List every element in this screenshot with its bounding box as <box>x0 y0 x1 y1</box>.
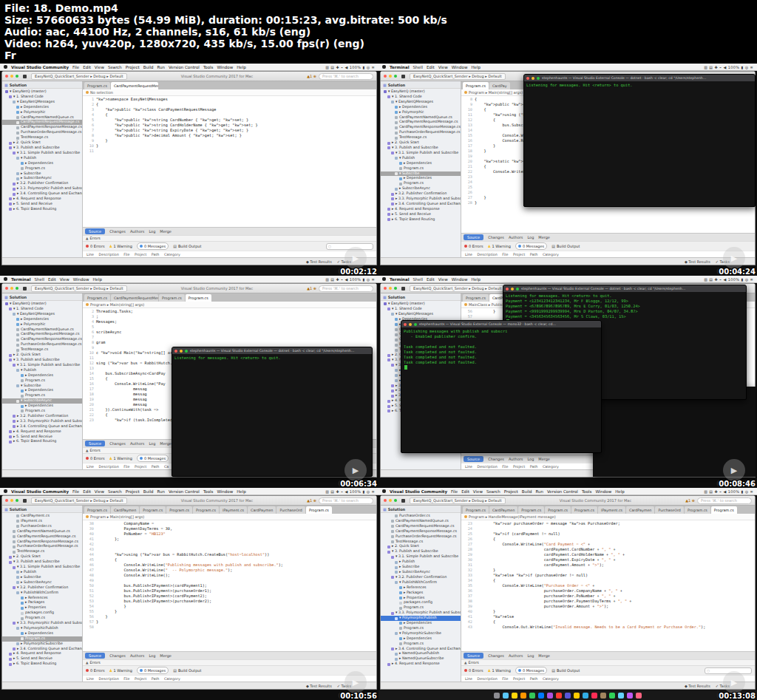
close-window-icon[interactable] <box>526 77 529 80</box>
tree-item[interactable]: ▾ 3. Publish and Subscribe <box>2 560 82 565</box>
tree-item[interactable]: ▸ Dependencies <box>2 161 82 166</box>
menubar-item[interactable]: Help <box>237 489 246 494</box>
tree-item[interactable]: ▾ 3.3. Polymorphic Publish and Subscribe <box>2 621 82 626</box>
warnings-count[interactable]: 1 Warning <box>109 244 132 248</box>
tree-item[interactable]: CardPaymentNamedQueue.cs <box>381 519 461 524</box>
tree-item[interactable]: ▾ EasyNetQMessages <box>381 312 461 317</box>
tree-item[interactable]: ▸ 3.3. Polymorphic Publish and Subscribe <box>2 186 82 191</box>
tree-item[interactable]: CardPaymentResponseMessage.cs <box>2 125 82 130</box>
tree-item[interactable]: ▸ Dependencies <box>381 636 461 642</box>
menubar-item[interactable]: Run <box>157 65 165 69</box>
editor-tab[interactable]: Program.cs <box>545 506 571 514</box>
tree-item[interactable]: ▸ Properties <box>381 596 461 601</box>
menubar-item[interactable]: File <box>451 489 458 494</box>
tree-item[interactable]: Program.cs <box>381 642 461 647</box>
close-window-icon[interactable] <box>174 350 177 353</box>
editor-tab[interactable]: CardPaymen <box>111 506 139 514</box>
tree-item[interactable]: ▸ 5. Send and Receive <box>381 212 461 217</box>
minimize-window-icon[interactable] <box>409 323 412 326</box>
view-mode-tab[interactable]: Authors <box>130 441 144 446</box>
tree-item[interactable]: IPayment.cs <box>2 519 82 524</box>
tree-item[interactable]: ▾ Publish <box>2 368 82 373</box>
close-window-icon[interactable] <box>384 499 387 502</box>
tree-item[interactable]: CardPaymentRequestMessage.cs <box>2 120 82 125</box>
editor-tab[interactable]: CardPaymen <box>248 506 276 514</box>
dock-app-icon[interactable] <box>627 693 633 699</box>
tree-item[interactable]: ▸ SubscribeAsync <box>381 186 461 191</box>
editor-tab[interactable]: Program.cs <box>84 506 110 514</box>
tree-item[interactable]: ▸ 3.2. Publisher Confirmation <box>2 181 82 186</box>
zoom-window-icon[interactable] <box>394 287 397 290</box>
breadcrumb[interactable]: Program ▸ HandleMessage(IPayment message… <box>461 514 755 520</box>
menubar-app-name[interactable]: Visual Studio Community <box>11 65 69 69</box>
tree-item[interactable]: TestMessage.cs <box>2 135 82 140</box>
tree-item[interactable]: ▸ Publish <box>2 570 82 575</box>
view-mode-tab[interactable]: Merge <box>160 653 172 658</box>
menubar-item[interactable]: Help <box>471 277 481 282</box>
menubar-item[interactable]: Version Control <box>169 65 200 69</box>
tree-item[interactable]: ▸ 4. Request and Response <box>2 651 82 656</box>
notification-badges[interactable]: ▲1 ⊕ <box>307 498 316 503</box>
menubar-item[interactable]: Build <box>143 65 154 69</box>
menubar-item[interactable]: Edit <box>83 65 91 69</box>
menubar-item[interactable]: View <box>95 65 104 69</box>
view-mode-tab[interactable]: Log <box>149 441 155 446</box>
view-mode-tab[interactable]: Changes <box>488 235 504 239</box>
menubar-item[interactable]: Project <box>504 489 518 494</box>
tree-item[interactable]: ▸ 2. Quick Start <box>2 140 82 146</box>
editor-tab[interactable]: Program.cs <box>685 506 710 514</box>
view-mode-tab[interactable]: Merge <box>160 229 172 234</box>
minimize-window-icon[interactable] <box>532 77 534 80</box>
terminal-titlebar[interactable]: stephenhaunts — Visual Studio External C… <box>503 285 746 292</box>
tree-item[interactable]: ▾ PublishWithConfirm <box>2 591 82 596</box>
tree-item[interactable]: CardPaymentNamedQueue.cs <box>2 529 82 534</box>
tree-item[interactable]: ▾ PolymorphicSubscribe <box>381 631 461 636</box>
tree-item[interactable]: ▸ Packages <box>2 600 82 605</box>
tree-item[interactable]: ▸ References <box>2 596 82 601</box>
editor-tab[interactable]: Program.cs <box>711 506 737 514</box>
dock-app-icon[interactable] <box>538 693 544 699</box>
zoom-window-icon[interactable] <box>394 75 397 78</box>
tree-item[interactable]: CardPaymentNamedQueue.cs <box>2 327 82 333</box>
stop-button[interactable] <box>401 75 405 78</box>
minimize-window-icon[interactable] <box>10 499 13 502</box>
menubar-item[interactable]: Tools <box>203 489 214 494</box>
view-mode-tab[interactable]: Changes <box>109 653 126 658</box>
terminal-window[interactable]: stephenhaunts — Visual Studio External C… <box>172 347 373 477</box>
tree-item[interactable]: CardPaymentNamedQueue.cs <box>381 115 461 120</box>
tree-item[interactable]: ▸ NamedQueuePublish <box>381 651 461 656</box>
editor-tab[interactable]: Program.cs <box>571 506 597 514</box>
tree-item[interactable]: ▸ Dependencies <box>2 373 82 378</box>
tree-item[interactable]: CardPaymentResponseMessage.cs <box>381 125 461 130</box>
close-window-icon[interactable] <box>384 75 387 78</box>
menubar-item[interactable]: Shell <box>413 65 423 69</box>
tree-item[interactable]: ▸ Dependencies <box>2 631 82 636</box>
tree-item[interactable]: CardPaymentResponseMessage.cs <box>2 337 82 342</box>
global-search-input[interactable]: Press '⌘.' to search <box>319 73 373 80</box>
statusbar-item[interactable]: ◆ Test Results <box>306 684 332 688</box>
errors-column-headers[interactable]: Line Description File Project Path Categ… <box>83 675 376 682</box>
tree-item[interactable]: ▾ EasyNetQ (master) <box>2 89 82 95</box>
tree-item[interactable]: ▾ 3.3. Polymorphic Publish and Subscribe <box>381 611 461 616</box>
tree-item[interactable]: ▾ Publish <box>381 156 461 161</box>
tree-item[interactable]: ▾ SubscribeAsync <box>2 398 82 404</box>
tree-item[interactable]: ▸ 3.4. Controlling Queue and Exchange Na… <box>2 424 82 429</box>
dock-app-icon[interactable] <box>512 693 517 699</box>
tree-item[interactable]: ▾ EasyNetQ (master) <box>381 89 461 95</box>
code-editor[interactable]: 1"kw">namespace EasyNetQMessages2{3 "kw"… <box>83 96 376 227</box>
tree-item[interactable]: CardPaymentResponseMessage.cs <box>2 540 82 545</box>
tree-item[interactable]: ▸ 5. Send and Receive <box>2 656 82 662</box>
editor-tab[interactable]: CardPaymen <box>489 506 517 514</box>
menubar-item[interactable]: Shell <box>413 277 423 282</box>
zoom-window-icon[interactable] <box>414 323 417 326</box>
minimize-window-icon[interactable] <box>389 499 392 502</box>
tree-item[interactable]: packages.config <box>2 611 82 616</box>
menubar-item[interactable]: View <box>95 489 104 494</box>
menubar-item[interactable]: Window <box>73 277 89 282</box>
menubar-item[interactable]: View <box>60 277 69 282</box>
messages-count[interactable]: 0 Messages <box>515 667 547 674</box>
tree-item[interactable]: ▸ 6. Topic Based Routing <box>381 217 461 222</box>
tree-item[interactable]: PurchaseOrderRequestMessage.cs <box>381 130 461 135</box>
tree-item[interactable]: Program.cs <box>381 166 461 171</box>
tree-item[interactable]: ▸ 3.4. Controlling Queue and Exchange Na… <box>2 647 82 652</box>
